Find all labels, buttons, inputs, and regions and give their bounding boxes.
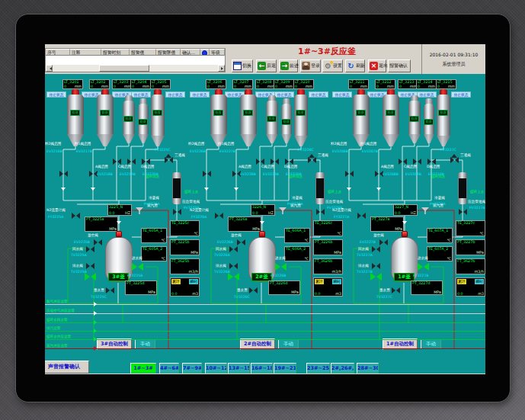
pressure-d-tag: PT_3225d	[126, 281, 156, 286]
desktop-background: 序号注释报警时刻报警值报警限值确认...等级 1#~3#反应釜 切换←后退→前进…	[0, 0, 525, 420]
emergency-valve-tag: PV3227B	[469, 206, 485, 210]
header-arrow	[94, 329, 99, 333]
tank-cone	[97, 134, 114, 146]
tank-cap	[245, 89, 252, 95]
inlet-valve[interactable]	[418, 263, 429, 271]
feed-valve[interactable]	[256, 159, 264, 165]
vent-valve[interactable]	[94, 239, 102, 245]
feed-valve[interactable]	[203, 171, 211, 177]
speed-tag: 3227_N	[394, 205, 417, 210]
feed-valve[interactable]	[127, 159, 136, 165]
n2-valve[interactable]	[215, 213, 223, 219]
page-button[interactable]: 10#~12#	[205, 363, 227, 374]
feed-valve[interactable]	[413, 159, 421, 165]
n2-valve-label: N2流量计阀	[46, 208, 66, 213]
condenser-core	[316, 178, 324, 198]
condense-valve[interactable]	[459, 209, 467, 215]
drain-valve[interactable]	[229, 263, 238, 269]
feed-valve-tag: EV3207B	[362, 149, 378, 154]
drain-valve-label: 排水阀	[216, 264, 226, 268]
three-way-tag: PV3226C	[298, 148, 314, 152]
feed-valve[interactable]	[271, 159, 279, 165]
spray-valve[interactable]	[249, 287, 258, 293]
back-valve[interactable]	[372, 246, 380, 252]
page-button[interactable]: 13#~15#	[228, 363, 250, 374]
temp-tag: TE_606A_2	[285, 247, 309, 252]
three-way-valve[interactable]	[450, 157, 459, 163]
feed-valve[interactable]	[113, 159, 121, 165]
level-box: LT_32130mm	[398, 79, 418, 89]
feed-valve[interactable]	[59, 171, 68, 177]
page-button[interactable]: 19#~21#	[274, 363, 296, 374]
condense-valve[interactable]	[316, 209, 325, 215]
header-pipe	[45, 339, 485, 340]
n2-valve[interactable]	[357, 213, 366, 219]
inlet-valve-tag: FY3226B	[271, 274, 286, 278]
feed-valve[interactable]	[427, 159, 436, 165]
back-valve[interactable]	[86, 246, 94, 252]
bottom-green-valve[interactable]	[228, 273, 239, 281]
instant-chip: 瞬时	[475, 279, 484, 284]
feed-valve[interactable]	[345, 171, 354, 177]
tank-level-display: 0.0	[213, 110, 223, 116]
page-button[interactable]: 2#,26#,27	[331, 363, 354, 374]
condense-valve[interactable]	[173, 209, 181, 215]
pressure-d-tag: PT_3226d	[269, 281, 299, 286]
back-valve-tag: TV3227A	[357, 253, 373, 258]
inlet-valve-label: 进水阀	[132, 256, 142, 261]
three-way-valve[interactable]	[165, 157, 173, 163]
page-button[interactable]: 28#~30#	[357, 363, 379, 374]
spray-valve-tag: TV3227C	[376, 295, 392, 300]
n2-valve[interactable]	[72, 213, 80, 219]
temp-box: TE_607A_2℃	[427, 246, 453, 261]
back-valve[interactable]	[229, 246, 238, 252]
feed-valve-label: 料1阀启用	[218, 142, 234, 146]
feed-valve[interactable]	[399, 159, 407, 165]
spray-valve[interactable]	[106, 287, 114, 293]
feed-valve[interactable]	[89, 171, 98, 177]
pressure-a-tag: PT_3227a	[371, 217, 403, 222]
page-button[interactable]: 16#~18#	[251, 363, 273, 374]
back-valve-tag: TV3226A	[214, 253, 230, 258]
inlet-valve[interactable]	[132, 263, 143, 271]
level-value: 0	[418, 85, 420, 88]
column-box: FT_3627bm3/h	[456, 258, 485, 274]
temp-unit: ℃	[305, 257, 309, 261]
stop-state-label: 停止状态	[46, 91, 66, 98]
level-box: LT_32030mm	[112, 79, 133, 89]
flow-total-box: 累计瞬时0.0m3	[456, 277, 485, 297]
drain-valve[interactable]	[86, 263, 94, 269]
feed-valve[interactable]	[375, 171, 383, 177]
column-tag: FT_3627b	[456, 259, 485, 264]
tank-cap	[411, 95, 418, 101]
header-pipe-label: 循环水供应总管	[46, 335, 71, 339]
feed-valve[interactable]	[142, 159, 150, 165]
sound-ack-button[interactable]: 声音报警确认	[45, 361, 89, 374]
page-button[interactable]: 4#~6#	[159, 363, 179, 374]
spray-valve-label: 撒水用	[94, 288, 104, 293]
bottom-green-valve[interactable]	[85, 273, 96, 281]
three-way-valve[interactable]	[308, 157, 316, 163]
spray-valve[interactable]	[392, 287, 400, 293]
header-arrow	[94, 320, 99, 325]
pressure-d-unit: MPa	[291, 290, 299, 294]
level-box: LT_32020mm	[89, 79, 110, 89]
tank-cap	[101, 89, 109, 95]
speed-unit: HZ	[268, 211, 274, 215]
stop-state-label: 停止状态	[451, 91, 471, 98]
page-button[interactable]: 23#~25#	[306, 363, 330, 374]
temp-box: TE_606A_2℃	[284, 246, 310, 261]
vent-valve[interactable]	[379, 239, 388, 245]
speed-tag: 3225_N	[108, 205, 131, 210]
bottom-green-valve[interactable]	[370, 273, 382, 281]
page-button[interactable]: 7#~9#	[182, 363, 202, 374]
feed-valve[interactable]	[232, 171, 241, 177]
level-unit: mm	[387, 85, 394, 88]
feed-valve-label: C阀启用	[404, 165, 417, 169]
drain-valve[interactable]	[372, 263, 380, 269]
page-button[interactable]: 1#~3#	[130, 363, 156, 374]
inlet-valve[interactable]	[275, 263, 287, 271]
feed-valve[interactable]	[285, 159, 293, 165]
tank-cap	[268, 95, 276, 101]
vent-valve[interactable]	[237, 239, 245, 245]
